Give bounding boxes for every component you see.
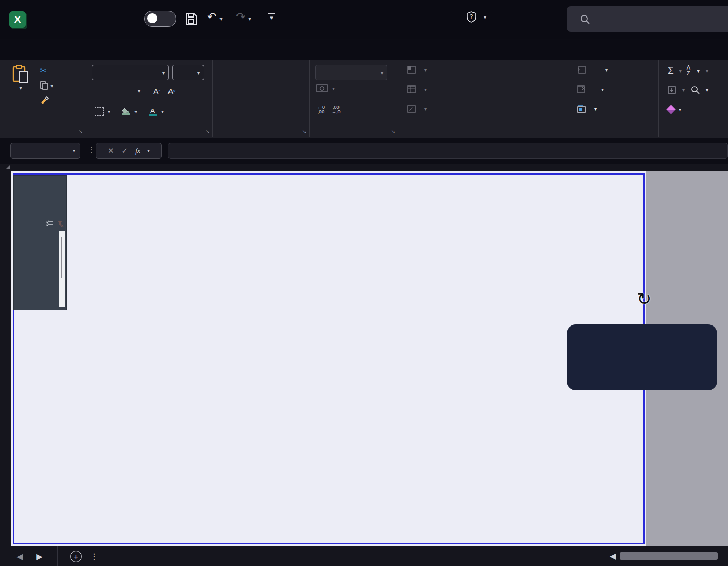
svg-text:?: ? <box>470 13 473 20</box>
paste-button[interactable]: ▾ <box>7 65 34 91</box>
font-size-select[interactable]: ▾ <box>172 65 204 80</box>
increase-decimal-icon[interactable]: ←0,00 <box>317 105 325 115</box>
decrease-decimal-icon[interactable]: ,00→,0 <box>332 105 341 115</box>
format-painter-icon[interactable] <box>40 96 49 104</box>
format-cells-button[interactable]: ▾ <box>577 105 597 113</box>
clear-filter-icon[interactable] <box>57 220 64 227</box>
name-box[interactable]: ▾ <box>10 143 80 159</box>
undo-icon[interactable]: ↶ ▾ <box>207 11 223 23</box>
worksheet[interactable]: ↻ <box>11 171 728 546</box>
group-styles: ▾ ▾ ▾ <box>398 60 569 137</box>
clear-icon[interactable] <box>666 105 675 114</box>
font-color-button[interactable]: A <box>146 105 159 117</box>
shrink-font-button[interactable]: Av <box>165 84 178 97</box>
scrollbar-thumb[interactable] <box>620 552 718 560</box>
title-bar: X ↶ ▾ ↷ ▾ ▾ ? ▾ <box>0 0 728 39</box>
copy-icon[interactable]: ▾ <box>40 81 53 90</box>
font-name-select[interactable]: ▾ <box>92 65 169 80</box>
fill-color-button[interactable] <box>120 105 132 117</box>
font-dialog-launcher[interactable]: ↘ <box>206 129 210 134</box>
quick-access-menu-icon[interactable]: ▾ <box>268 13 275 21</box>
cancel-icon[interactable]: ✕ <box>108 146 114 156</box>
insert-function-icon[interactable]: fx <box>135 147 140 155</box>
fill-color-menu[interactable]: ▾ <box>134 109 137 114</box>
font-color-menu[interactable]: ▾ <box>161 109 164 114</box>
multiselect-icon[interactable] <box>46 220 54 227</box>
prev-sheet-icon[interactable]: ◀ <box>16 552 23 561</box>
formula-bar-row: ▾ ⋮ ✕ ✓ fx ▾ <box>0 138 728 164</box>
group-number: ▾ ▾ ←0,00 ,00→,0 ↘ <box>309 60 398 137</box>
select-all-corner[interactable] <box>0 164 12 171</box>
next-sheet-icon[interactable]: ▶ <box>36 552 42 561</box>
autosum-icon[interactable]: Σ <box>668 65 674 76</box>
group-cells: ▾ ▾ ▾ <box>569 60 659 137</box>
column-headers[interactable] <box>11 164 728 171</box>
sensitivity-label[interactable]: ? ▾ <box>466 11 486 23</box>
group-alignment: ↘ <box>212 60 310 137</box>
underline-menu[interactable]: ▾ <box>138 88 140 94</box>
horizontal-scrollbar[interactable]: ◀ <box>610 549 728 563</box>
name-box-splitter[interactable]: ⋮ <box>88 145 95 155</box>
underline-button[interactable] <box>123 84 135 97</box>
bold-button[interactable] <box>93 84 105 97</box>
excel-app-icon[interactable]: X <box>9 11 26 28</box>
scroll-left-icon[interactable]: ◀ <box>610 551 616 561</box>
excel-window: X ↶ ▾ ↷ ▾ ▾ ? ▾ ▾ ✂ <box>0 0 728 566</box>
number-format-select[interactable]: ▾ <box>315 65 387 80</box>
rotate-cursor-icon: ↻ <box>637 288 652 309</box>
group-editing: Σ▾ AZ▼▾ ▾ ▾ ▾ <box>658 60 728 137</box>
redo-icon[interactable]: ↷ ▾ <box>236 11 251 23</box>
grow-font-button[interactable]: A^ <box>150 84 163 97</box>
autosave-toggle[interactable] <box>144 11 176 27</box>
insert-cells-button[interactable]: ▾ <box>577 66 608 74</box>
format-as-table-button[interactable]: ▾ <box>407 85 427 93</box>
tab-options-icon[interactable]: ⋮ <box>90 552 98 561</box>
new-sheet-button[interactable]: + <box>70 551 82 562</box>
italic-button[interactable] <box>108 84 120 97</box>
group-font: ▾ ▾ ▾ A^ Av ▾ ▾ A ▾ <box>86 60 213 137</box>
print-area-border <box>13 173 645 544</box>
formula-bar-menu[interactable]: ▾ <box>147 148 150 153</box>
fill-down-icon[interactable] <box>668 86 676 94</box>
search-input[interactable] <box>567 6 728 32</box>
search-icon <box>580 14 590 24</box>
formula-input[interactable] <box>168 143 728 159</box>
conditional-formatting-button[interactable]: ▾ <box>407 66 427 74</box>
formula-buttons: ✕ ✓ fx ▾ <box>96 143 162 159</box>
borders-button[interactable] <box>93 105 105 117</box>
sort-filter-icon[interactable]: AZ <box>687 65 690 76</box>
cell-styles-button[interactable]: ▾ <box>407 105 427 113</box>
enter-icon[interactable]: ✓ <box>122 146 128 156</box>
walid-merad-shape[interactable] <box>567 324 717 390</box>
clipboard-dialog-launcher[interactable]: ↘ <box>79 129 83 134</box>
group-clipboard: ▾ ✂ ▾ ↘ <box>0 60 86 137</box>
alignment-dialog-launcher[interactable]: ↘ <box>302 129 307 134</box>
cut-icon[interactable]: ✂ <box>40 66 47 75</box>
find-select-icon[interactable] <box>691 85 700 94</box>
delete-cells-button[interactable]: ▾ <box>577 85 604 93</box>
ribbon: ▾ ✂ ▾ ↘ ▾ ▾ ▾ A^ A <box>0 60 728 139</box>
save-icon[interactable] <box>184 12 198 28</box>
slicer-panel <box>13 175 67 310</box>
borders-menu[interactable]: ▾ <box>108 109 110 114</box>
shield-icon: ? <box>466 11 477 23</box>
number-dialog-launcher[interactable]: ↘ <box>391 129 395 134</box>
accounting-format-icon[interactable] <box>316 84 328 92</box>
row-headers[interactable] <box>0 171 11 546</box>
slicer-scrollbar[interactable] <box>59 231 65 307</box>
sheet-nav: ◀ ▶ <box>0 546 58 566</box>
